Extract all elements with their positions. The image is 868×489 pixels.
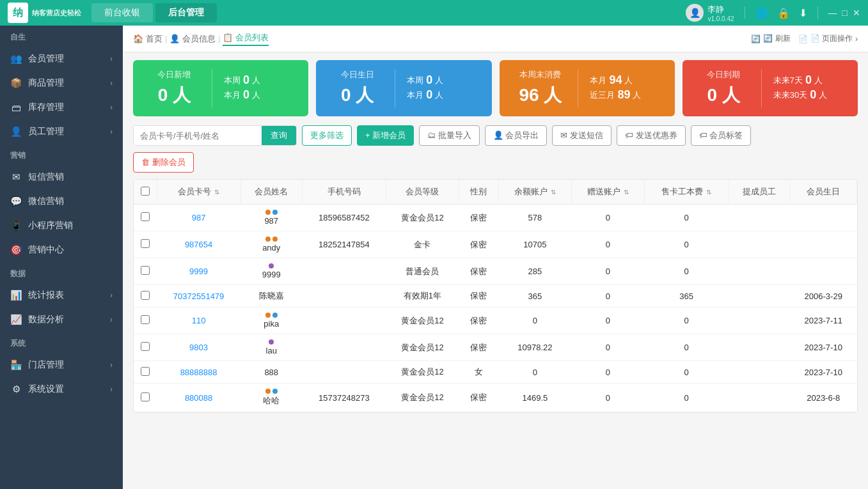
- stat-left-unconsume: 本周末消费 96 人: [510, 69, 572, 107]
- cell-card-no[interactable]: 9803: [157, 334, 241, 361]
- col-promoter: 提成员工: [729, 180, 790, 205]
- header-icons: 🌐 🔒 ⬇: [755, 7, 807, 19]
- stat-line-3month-unconsume: 近三月 89 人: [590, 88, 664, 102]
- sidebar-item-inventory[interactable]: 🗃 库存管理 ›: [0, 95, 123, 120]
- top-header: 纳 纳客营店史轻松 前台收银 后台管理 👤 李静 v1.0.0.42 🌐 🔒 ⬇…: [0, 0, 868, 26]
- refresh-btn[interactable]: 🔄 🔄 刷新: [751, 33, 790, 44]
- sidebar-item-analytics[interactable]: 📈 数据分析 ›: [0, 307, 123, 332]
- cell-level: 黄金会员12: [386, 361, 459, 384]
- sidebar-item-member[interactable]: 👥 会员管理 ›: [0, 47, 123, 71]
- chevron-right-icon-6: ›: [110, 315, 113, 324]
- member-table-container: 会员卡号 ⇅ 会员姓名 手机号码 会员等级 性别 余额账户 ⇅ 赠送账户 ⇅ 售…: [133, 179, 858, 413]
- user-name: 李静: [707, 4, 734, 15]
- send-sms-btn[interactable]: ✉ 发送短信: [552, 125, 612, 146]
- sidebar-item-marketing-center[interactable]: 🎯 营销中心: [0, 238, 123, 262]
- sidebar-item-sms[interactable]: ✉ 短信营销: [0, 165, 123, 189]
- page-ops-btn[interactable]: 📄 📄 页面操作 ›: [798, 33, 858, 44]
- logo-text: 纳客营店史轻松: [32, 8, 81, 17]
- batch-import-btn[interactable]: 🗂 批量导入: [419, 125, 480, 146]
- stat-title-new: 今日新增: [143, 69, 205, 81]
- close-btn[interactable]: ✕: [853, 8, 860, 18]
- sidebar-item-report[interactable]: 📊 统计报表 ›: [0, 283, 123, 307]
- cell-gender: 保密: [459, 205, 498, 231]
- stat-divider-expire: [761, 69, 762, 107]
- cell-card-no[interactable]: 880088: [157, 384, 241, 412]
- cell-level: 有效期1年: [386, 285, 459, 307]
- row-checkbox[interactable]: [141, 342, 150, 351]
- cell-card-no[interactable]: 987: [157, 205, 241, 231]
- lock-icon[interactable]: 🔒: [777, 7, 790, 19]
- cell-promoter: [729, 231, 790, 258]
- col-card-fee[interactable]: 售卡工本费 ⇅: [645, 180, 729, 205]
- sort-icon-gift: ⇅: [624, 189, 629, 196]
- member-tag-btn[interactable]: 🏷 会员标签: [691, 125, 752, 146]
- row-checkbox[interactable]: [141, 239, 150, 248]
- sidebar-item-product[interactable]: 📦 商品管理 ›: [0, 71, 123, 95]
- dot-icon: [272, 389, 278, 394]
- sidebar-section-system: 系统: [0, 332, 123, 353]
- list-icon: 📋: [223, 33, 233, 42]
- sidebar-item-store[interactable]: 🏪 门店管理 ›: [0, 353, 123, 377]
- sidebar-item-miniapp[interactable]: 📱 小程序营销: [0, 213, 123, 238]
- search-button[interactable]: 查询: [262, 126, 296, 145]
- sidebar-label-settings: 系统设置: [28, 384, 64, 395]
- maximize-btn[interactable]: □: [842, 8, 848, 18]
- avatar: 👤: [686, 4, 704, 22]
- member-export-btn[interactable]: 👤 会员导出: [485, 125, 548, 146]
- cell-card-no[interactable]: 70372551479: [157, 285, 241, 307]
- row-checkbox[interactable]: [141, 291, 150, 300]
- globe-icon[interactable]: 🌐: [755, 7, 768, 19]
- sidebar-item-staff[interactable]: 👤 员工管理 ›: [0, 120, 123, 144]
- sidebar-label-analytics: 数据分析: [28, 314, 64, 325]
- row-checkbox[interactable]: [141, 212, 150, 221]
- row-checkbox[interactable]: [141, 392, 150, 401]
- col-card-no[interactable]: 会员卡号 ⇅: [157, 180, 241, 205]
- nav-tab-frontend[interactable]: 前台收银: [91, 3, 153, 22]
- cell-card-no[interactable]: 987654: [157, 231, 241, 258]
- cell-birthday: 2023-7-10: [790, 361, 857, 384]
- cell-card-no[interactable]: 9999: [157, 258, 241, 285]
- cell-phone: [302, 307, 386, 334]
- cell-name: 9999: [241, 258, 302, 285]
- stat-left-expire: 今日到期 0 人: [693, 69, 755, 107]
- stat-right-expire: 未来7天 0 人 未来30天 0 人: [768, 74, 848, 103]
- add-member-btn[interactable]: + 新增会员: [357, 125, 414, 146]
- sidebar-item-wechat[interactable]: 💬 微信营销: [0, 189, 123, 213]
- cell-card-no[interactable]: 88888888: [157, 361, 241, 384]
- stat-line-week-birthday: 本周 0 人: [407, 74, 481, 87]
- report-icon: 📊: [10, 290, 22, 301]
- cell-gender: 保密: [459, 384, 498, 412]
- page-actions: 🔄 🔄 刷新 📄 📄 页面操作 ›: [751, 33, 858, 44]
- stat-left-new: 今日新增 0 人: [143, 69, 205, 107]
- breadcrumb-member-list[interactable]: 📋 会员列表: [223, 32, 269, 46]
- send-coupon-btn[interactable]: 🏷 发送优惠券: [617, 125, 686, 146]
- cell-balance: 10705: [498, 231, 571, 258]
- dot-icon: [265, 313, 271, 318]
- stat-number-birthday: 0 人: [326, 83, 388, 107]
- col-gift[interactable]: 赠送账户 ⇅: [571, 180, 644, 205]
- col-name: 会员姓名: [241, 180, 302, 205]
- cell-name: 陈晓嘉: [241, 285, 302, 307]
- select-all-checkbox[interactable]: [141, 187, 150, 196]
- download-icon[interactable]: ⬇: [799, 7, 807, 19]
- col-balance[interactable]: 余额账户 ⇅: [498, 180, 571, 205]
- search-input[interactable]: [134, 126, 262, 145]
- nav-tab-backend[interactable]: 后台管理: [155, 3, 217, 22]
- cell-balance: 285: [498, 258, 571, 285]
- breadcrumb-member-info[interactable]: 👤 会员信息: [170, 33, 216, 45]
- row-checkbox[interactable]: [141, 266, 150, 275]
- row-checkbox[interactable]: [141, 315, 150, 324]
- filter-btn[interactable]: 更多筛选: [302, 125, 352, 146]
- breadcrumb-home[interactable]: 🏠 首页: [133, 33, 162, 45]
- sidebar-item-settings[interactable]: ⚙ 系统设置 ›: [0, 377, 123, 401]
- minimize-btn[interactable]: —: [828, 8, 837, 18]
- version-label: v1.0.0.42: [707, 15, 734, 22]
- cell-name: 888: [241, 361, 302, 384]
- delete-member-btn[interactable]: 🗑 删除会员: [133, 152, 194, 173]
- dot-icon: [272, 313, 278, 318]
- user-info: 👤 李静 v1.0.0.42: [686, 4, 734, 22]
- row-checkbox[interactable]: [141, 367, 150, 376]
- dot-icon: [265, 210, 271, 215]
- sort-icon-card: ⇅: [214, 189, 219, 196]
- cell-card-no[interactable]: 110: [157, 307, 241, 334]
